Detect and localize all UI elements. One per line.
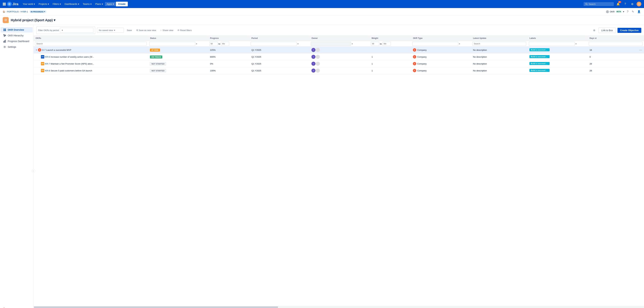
settings-button[interactable]: ⚙ xyxy=(630,1,635,7)
progress-max-input[interactable] xyxy=(221,42,229,46)
okr-type-filter-input[interactable] xyxy=(412,42,458,46)
progress-cell: 100% xyxy=(208,67,250,74)
filter-icon[interactable]: ≡ xyxy=(196,42,197,45)
nav-dashboards[interactable]: Dashboards xyxy=(63,2,81,6)
nav-teams[interactable]: Teams xyxy=(81,2,93,6)
status-cell: ON TRACK xyxy=(148,53,208,60)
sidebar-item-progress-dashboard[interactable]: Progress Dashboard xyxy=(1,38,33,44)
status-label: IN PROGRESS xyxy=(31,11,44,13)
col-status: Status xyxy=(148,36,208,41)
horizontal-scrollbar[interactable] xyxy=(34,306,644,308)
project-title-row: O ★ Hybrid project (Sport App) ▾ xyxy=(0,15,644,25)
filter-period-select[interactable]: Filter OKRs by period ▾ xyxy=(36,27,95,34)
notifications-button[interactable]: 🔔 9+ xyxy=(616,1,621,7)
reset-filters-button[interactable]: ⟳ Reset filters xyxy=(176,28,193,32)
share-icon: ↑ xyxy=(160,29,162,31)
filter-labels-cell: ≡ xyxy=(528,41,588,46)
kr-icon: KR xyxy=(41,62,44,65)
okr-id-link[interactable]: KR-8 xyxy=(45,69,50,72)
saved-view-select[interactable]: No saved view ▾ xyxy=(97,28,124,33)
nav-plans[interactable]: Plans xyxy=(94,2,105,6)
edit-icon-btn[interactable]: ✎ xyxy=(631,9,634,14)
latest-update-cell: No description xyxy=(471,46,528,53)
filter-icon[interactable]: ≡ xyxy=(576,42,577,45)
filter-days-cell xyxy=(588,41,644,46)
global-search[interactable] xyxy=(584,2,614,6)
weight-cell: 1 xyxy=(370,60,411,67)
owner-cell: A xyxy=(310,53,370,60)
filter-weight-cell: to xyxy=(370,41,411,46)
owner-filter-input[interactable] xyxy=(311,42,351,46)
okr-title: Increase number of weekly active users (… xyxy=(51,56,94,58)
filter-icon[interactable]: ≡ xyxy=(459,42,460,45)
nav-projects[interactable]: Projects xyxy=(37,2,51,6)
weight-cell: 1 xyxy=(370,67,411,74)
okr-label: OKR xyxy=(610,10,614,13)
status-filter-input[interactable] xyxy=(149,42,195,46)
okr-id-link[interactable]: KR-6 xyxy=(45,56,50,58)
home-icon[interactable]: 🏠 xyxy=(3,10,5,13)
help-button[interactable]: ? xyxy=(622,1,628,7)
save-button[interactable]: Save xyxy=(126,28,133,32)
view-label: No saved view xyxy=(99,29,113,31)
sidebar-item-label: Progress Dashboard xyxy=(8,40,29,42)
col-period: Period xyxy=(250,36,310,41)
sidebar-collapse-button[interactable]: ‹ xyxy=(32,169,35,173)
filter-icon[interactable]: ≡ xyxy=(352,42,353,45)
hybr1-link[interactable]: HYBR-1 xyxy=(21,10,28,13)
sidebar-item-okr-hierarchy[interactable]: OKR Hierarchy xyxy=(1,33,33,38)
svg-point-13 xyxy=(607,11,608,12)
row-expand-toggle[interactable]: ▼ xyxy=(36,49,37,51)
nav-apps[interactable]: Apps xyxy=(105,2,116,6)
create-button[interactable]: Create xyxy=(116,2,128,6)
svg-rect-5 xyxy=(5,4,6,4)
sidebar-item-label: OKR Hierarchy xyxy=(8,34,24,37)
user-icon-btn[interactable]: 👤 xyxy=(636,9,641,14)
portfolio-link[interactable]: PORTFOLIO xyxy=(7,10,18,13)
avatar[interactable]: A xyxy=(636,2,641,6)
okr-id-link[interactable]: O-7 xyxy=(42,49,46,51)
save-as-new-view-button[interactable]: ⬆ Save as new view xyxy=(135,28,158,32)
kr-icon: KR xyxy=(41,55,44,58)
svg-rect-8 xyxy=(5,5,6,5)
scrollbar-thumb[interactable] xyxy=(34,307,278,308)
svg-rect-29 xyxy=(5,40,6,42)
search-input[interactable] xyxy=(589,3,609,5)
nav-filters[interactable]: Filters xyxy=(51,2,62,6)
okr-search-input[interactable] xyxy=(35,42,146,46)
status-chip[interactable]: IN PROGRESS ▾ xyxy=(29,10,46,13)
project-title[interactable]: Hybrid project (Sport App) ▾ xyxy=(11,18,55,22)
share-view-button[interactable]: ↑ Share view xyxy=(159,28,175,32)
apps-grid-icon[interactable] xyxy=(3,2,6,5)
progress-min-input[interactable] xyxy=(209,42,218,46)
help-icon-btn[interactable]: ? xyxy=(626,9,629,14)
link-to-box-button[interactable]: Link to Box xyxy=(598,28,616,33)
sub-header: 🏠 / PORTFOLIO / HYBR-1 IN PROGRESS ▾ OKR… xyxy=(0,8,644,15)
sidebar-item-settings[interactable]: Settings xyxy=(1,44,33,50)
okr-cell: KR KR-8 Secure 5 paid customers before G… xyxy=(34,67,148,74)
create-objective-button[interactable]: Create Objective xyxy=(618,28,642,33)
label-badge: Build a successful MVP xyxy=(530,55,550,58)
filter-icon[interactable]: ≡ xyxy=(297,42,299,45)
owner-avatar-2 xyxy=(316,48,320,52)
jira-logo[interactable]: Jira xyxy=(7,2,18,6)
owner-avatar-2 xyxy=(316,62,320,66)
help-link[interactable]: ❓ Help xyxy=(0,306,33,308)
okr-id-link[interactable]: KR-7 xyxy=(45,62,50,65)
column-filter-icon[interactable]: ⚙ xyxy=(592,28,597,32)
latest-update-search[interactable] xyxy=(472,42,526,46)
svg-point-9 xyxy=(586,3,587,5)
period-filter-input[interactable] xyxy=(251,42,297,46)
okr-badge[interactable]: OKR BETA ▾ xyxy=(606,10,624,13)
row-more-button[interactable]: ⋯ xyxy=(639,48,642,52)
sidebar-item-okr-overview[interactable]: OKR Overview xyxy=(1,27,33,32)
status-badge: NOT STARTED xyxy=(150,69,166,72)
nav-your-work[interactable]: Your work xyxy=(21,2,37,6)
label-badge: Build a successful MVP xyxy=(530,69,550,72)
share-icon: ⬆ xyxy=(136,29,139,31)
weight-max-input[interactable] xyxy=(382,42,391,46)
col-progress: Progress xyxy=(208,36,250,41)
days-filter-input[interactable] xyxy=(589,42,643,46)
labels-filter-input[interactable] xyxy=(529,42,575,46)
weight-min-input[interactable] xyxy=(371,42,379,46)
